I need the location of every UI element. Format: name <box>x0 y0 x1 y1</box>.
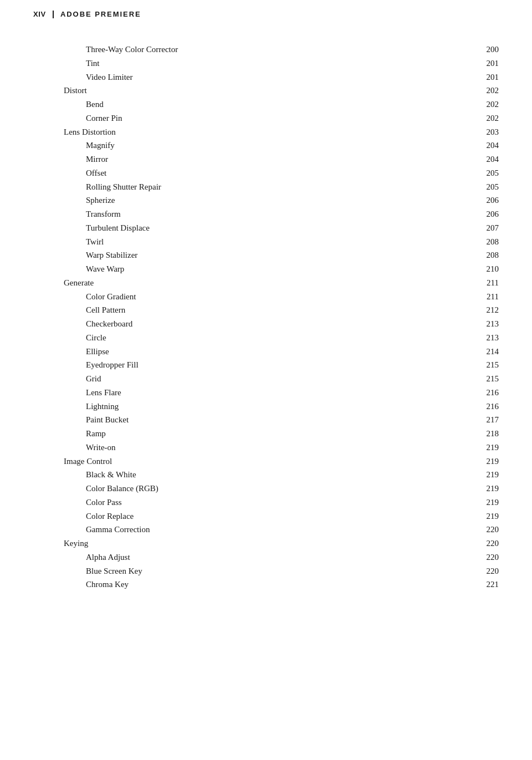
toc-row: Rolling Shutter Repair205 <box>33 180 499 194</box>
toc-entry-text: Color Balance (RGB) <box>33 482 158 496</box>
toc-entry-text: Mirror <box>33 152 108 166</box>
toc-entry-text: Warp Stabilizer <box>33 248 137 262</box>
toc-entry-page: 206 <box>477 193 499 207</box>
toc-entry-page: 213 <box>477 317 499 331</box>
toc-row: Video Limiter201 <box>33 70 499 84</box>
toc-entry-page: 202 <box>477 111 499 125</box>
toc-entry-page: 212 <box>477 303 499 317</box>
toc-row: Checkerboard213 <box>33 317 499 331</box>
toc-entry-text: Color Replace <box>33 509 134 523</box>
toc-entry-text: Turbulent Displace <box>33 221 150 235</box>
toc-entry-text: Image Control <box>33 455 112 468</box>
toc-row: Color Pass219 <box>33 496 499 509</box>
toc-entry-text: Lightning <box>33 400 119 414</box>
toc-row: Offset205 <box>33 166 499 180</box>
toc-row: Wave Warp210 <box>33 262 499 276</box>
toc-entry-text: Color Gradient <box>33 290 136 304</box>
toc-row: Turbulent Displace207 <box>33 221 499 235</box>
toc-entry-text: Tint <box>33 57 99 70</box>
toc-row: Alpha Adjust220 <box>33 550 499 564</box>
toc-entry-page: 221 <box>477 578 499 591</box>
toc-entry-text: Eyedropper Fill <box>33 358 139 372</box>
toc-row: Black & White219 <box>33 468 499 482</box>
toc-entry-page: 202 <box>477 98 499 111</box>
toc-row: Ramp218 <box>33 427 499 441</box>
toc-entry-text: Offset <box>33 166 106 180</box>
toc-entry-text: Three-Way Color Corrector <box>33 43 178 57</box>
toc-entry-page: 216 <box>477 400 499 414</box>
header-book-title: ADOBE PREMIERE <box>60 10 141 18</box>
toc-entry-text: Wave Warp <box>33 262 124 276</box>
toc-row: Warp Stabilizer208 <box>33 248 499 262</box>
toc-entry-text: Chroma Key <box>33 578 129 591</box>
toc-entry-text: Transform <box>33 207 121 221</box>
toc-row: Color Gradient211 <box>33 290 499 304</box>
toc-row: Eyedropper Fill215 <box>33 358 499 372</box>
toc-entry-text: Rolling Shutter Repair <box>33 180 161 194</box>
toc-entry-page: 219 <box>477 482 499 496</box>
toc-entry-page: 207 <box>477 221 499 235</box>
toc-entry-text: Video Limiter <box>33 70 133 84</box>
toc-row: Color Replace219 <box>33 509 499 523</box>
toc-entry-text: Bend <box>33 98 104 111</box>
toc-row: Grid215 <box>33 372 499 386</box>
toc-row: Gamma Correction220 <box>33 523 499 537</box>
toc-entry-page: 201 <box>477 57 499 70</box>
header-page-number: XIV <box>33 10 46 18</box>
toc-row: Blue Screen Key220 <box>33 564 499 578</box>
toc-entry-text: Twirl <box>33 235 104 249</box>
page-header: XIV ADOBE PREMIERE <box>0 0 532 26</box>
toc-row: Write-on219 <box>33 441 499 455</box>
toc-entry-text: Keying <box>33 537 88 550</box>
toc-row: Image Control219 <box>33 455 499 468</box>
toc-entry-text: Spherize <box>33 193 115 207</box>
toc-row: Corner Pin202 <box>33 111 499 125</box>
toc-entry-text: Circle <box>33 331 106 345</box>
toc-row: Lens Flare216 <box>33 386 499 400</box>
toc-entry-text: Ellipse <box>33 345 109 359</box>
toc-entry-text: Blue Screen Key <box>33 564 142 578</box>
toc-row: Lens Distortion203 <box>33 125 499 139</box>
toc-entry-page: 211 <box>477 290 499 304</box>
toc-row: Generate211 <box>33 276 499 290</box>
toc-entry-page: 220 <box>477 523 499 537</box>
toc-entry-page: 217 <box>477 413 499 427</box>
toc-entry-page: 201 <box>477 70 499 84</box>
toc-entry-page: 218 <box>477 427 499 441</box>
toc-row: Distort202 <box>33 84 499 98</box>
toc-row: Lightning216 <box>33 400 499 414</box>
toc-entry-page: 205 <box>477 180 499 194</box>
toc-entry-page: 219 <box>477 468 499 482</box>
toc-entry-text: Grid <box>33 372 101 386</box>
toc-row: Three-Way Color Corrector200 <box>33 43 499 57</box>
toc-entry-page: 213 <box>477 331 499 345</box>
toc-entry-page: 220 <box>477 550 499 564</box>
toc-row: Paint Bucket217 <box>33 413 499 427</box>
toc-entry-page: 205 <box>477 166 499 180</box>
toc-row: Keying220 <box>33 537 499 550</box>
toc-entry-page: 210 <box>477 262 499 276</box>
toc-row: Ellipse214 <box>33 345 499 359</box>
toc-entry-page: 220 <box>477 537 499 550</box>
toc-entry-text: Paint Bucket <box>33 413 129 427</box>
header-divider <box>53 11 54 18</box>
toc-row: Magnify204 <box>33 139 499 152</box>
toc-entry-page: 204 <box>477 152 499 166</box>
toc-entry-text: Corner Pin <box>33 111 122 125</box>
toc-entry-page: 204 <box>477 139 499 152</box>
toc-row: Twirl208 <box>33 235 499 249</box>
toc-entry-page: 216 <box>477 386 499 400</box>
toc-entry-page: 215 <box>477 358 499 372</box>
toc-entry-text: Alpha Adjust <box>33 550 130 564</box>
toc-entry-text: Color Pass <box>33 496 122 509</box>
toc-entry-text: Gamma Correction <box>33 523 150 537</box>
toc-row: Transform206 <box>33 207 499 221</box>
toc-row: Cell Pattern212 <box>33 303 499 317</box>
toc-entry-page: 219 <box>477 509 499 523</box>
toc-container: Three-Way Color Corrector200Tint201Video… <box>0 26 532 614</box>
toc-entry-page: 208 <box>477 235 499 249</box>
toc-entry-page: 200 <box>477 43 499 57</box>
toc-entry-text: Distort <box>33 84 87 98</box>
toc-entry-page: 203 <box>477 125 499 139</box>
toc-entry-text: Ramp <box>33 427 106 441</box>
